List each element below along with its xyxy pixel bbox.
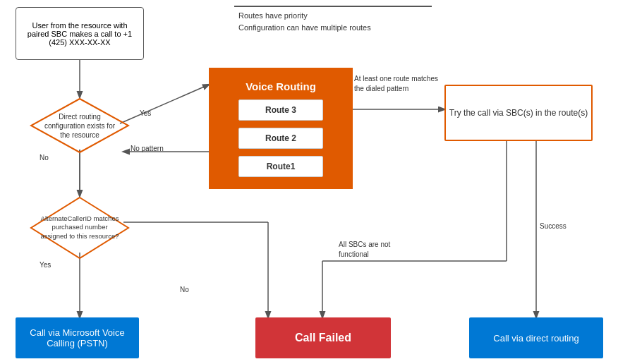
diamond1-label: Direct routing configuration exists for … bbox=[40, 112, 120, 140]
note-line1: Routes have priority bbox=[238, 10, 428, 22]
success-label: Success bbox=[540, 222, 566, 230]
call-failed-box: Call Failed bbox=[255, 317, 391, 358]
diamond2-label: AlternateCallerID matches purchased numb… bbox=[40, 214, 120, 241]
route3-box: Route 3 bbox=[238, 99, 323, 121]
voice-routing-box: Voice Routing Route 3 Route 2 Route1 bbox=[209, 68, 353, 189]
try-sbc-box: Try the call via SBC(s) in the route(s) bbox=[444, 85, 593, 141]
all-sbcs-label: All SBCs are not functional bbox=[339, 240, 416, 260]
yes-label: Yes bbox=[140, 109, 151, 117]
diamond2-container: AlternateCallerID matches purchased numb… bbox=[30, 196, 130, 260]
route2-box: Route 2 bbox=[238, 128, 323, 149]
notes-box: Routes have priority Configuration can h… bbox=[234, 6, 432, 36]
no2-label: No bbox=[180, 286, 189, 293]
yes2-label: Yes bbox=[40, 261, 51, 269]
at-least-one-label: At least one route matches the dialed pa… bbox=[354, 74, 439, 94]
call-ms-box: Call via Microsoft Voice Calling (PSTN) bbox=[16, 317, 139, 358]
no-pattern-label: No pattern bbox=[131, 145, 164, 152]
route1-box: Route1 bbox=[238, 156, 323, 177]
note-line2: Configuration can have multiple routes bbox=[238, 22, 428, 34]
no-label: No bbox=[40, 154, 49, 162]
svg-line-1 bbox=[120, 85, 209, 123]
svg-line-10 bbox=[123, 222, 255, 335]
start-cloud: User from the resource with paired SBC m… bbox=[16, 7, 144, 60]
call-direct-box: Call via direct routing bbox=[469, 317, 603, 358]
diagram: User from the resource with paired SBC m… bbox=[0, 0, 618, 364]
diamond1-container: Direct routing configuration exists for … bbox=[30, 97, 130, 154]
